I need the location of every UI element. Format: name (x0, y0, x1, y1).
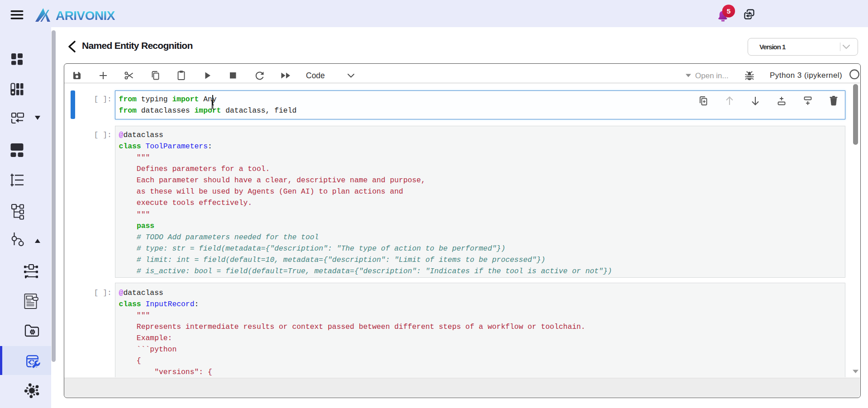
svg-text:5: 5 (727, 7, 731, 15)
